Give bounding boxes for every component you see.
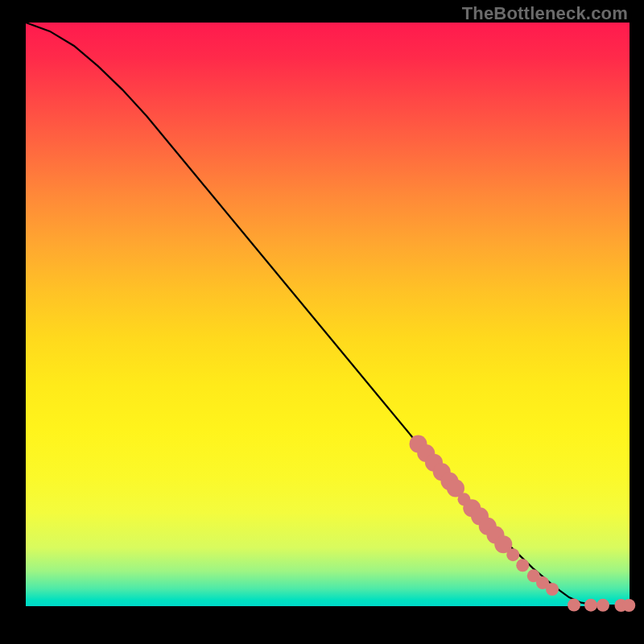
data-point — [622, 599, 635, 612]
data-point — [546, 583, 559, 596]
curve-line — [26, 23, 630, 605]
data-point — [584, 599, 597, 612]
data-point — [597, 599, 609, 612]
watermark-text: TheBottleneck.com — [462, 3, 628, 24]
data-point — [516, 559, 529, 572]
chart-overlay — [26, 23, 630, 606]
chart-frame: TheBottleneck.com — [0, 0, 644, 644]
data-point — [506, 548, 519, 561]
data-point — [568, 599, 580, 612]
dots-group — [410, 435, 636, 612]
